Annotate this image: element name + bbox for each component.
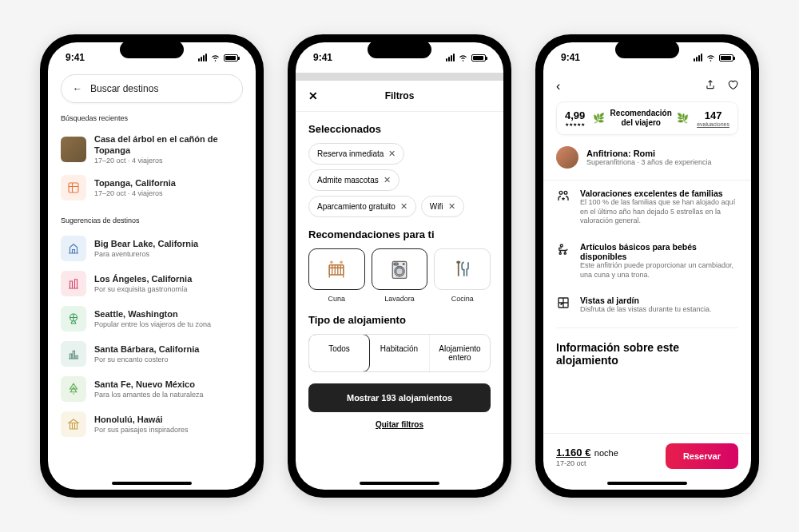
- notch: [615, 41, 679, 58]
- type-option[interactable]: Alojamiento entero: [430, 335, 490, 371]
- rec-card-kitchen[interactable]: [434, 248, 491, 290]
- svg-point-12: [564, 191, 567, 194]
- remove-chip-icon[interactable]: ✕: [388, 149, 396, 159]
- svg-rect-8: [394, 263, 398, 265]
- feature-row: Vistas al jardín Disfruta de las vistas …: [543, 288, 751, 323]
- svg-point-15: [564, 252, 566, 254]
- rec-label: Cuna: [308, 295, 365, 303]
- svg-rect-2: [330, 265, 344, 275]
- recent-title: Casa del árbol en el cañón de Topanga: [94, 133, 243, 157]
- signal-icon: [446, 54, 455, 62]
- suggestion-item[interactable]: Honolulú, HawáiPor sus paisajes inspirad…: [61, 407, 243, 442]
- svg-point-13: [560, 244, 562, 247]
- garden-view-icon: [556, 296, 572, 315]
- back-arrow-icon[interactable]: ←: [73, 83, 82, 94]
- suggestion-item[interactable]: Santa Bárbara, CaliforniaPor su encanto …: [61, 336, 243, 371]
- suggestion-item[interactable]: Santa Fe, Nuevo MéxicoPara los amantes d…: [61, 371, 243, 407]
- type-option[interactable]: Todos: [308, 334, 370, 372]
- selected-label: Seleccionados: [308, 123, 491, 135]
- suggestion-item[interactable]: Los Ángeles, CaliforniaPor su exquisita …: [61, 266, 243, 301]
- nature-icon: [61, 376, 86, 402]
- price-value: 1.160 €: [556, 447, 590, 459]
- home-indicator: [607, 482, 687, 485]
- cabin-icon: [61, 236, 86, 261]
- home-indicator: [360, 482, 439, 485]
- suggestion-item[interactable]: Big Bear Lake, CaliforniaPara aventurero…: [61, 231, 243, 266]
- modal-backdrop: [296, 73, 503, 81]
- host-name: Anfitriona: Romi: [586, 149, 712, 158]
- map-pin-icon: [61, 175, 86, 200]
- search-input[interactable]: ← Buscar destinos: [61, 74, 243, 103]
- filter-chip[interactable]: Admite mascotas✕: [308, 169, 400, 191]
- heart-icon[interactable]: [727, 79, 738, 93]
- filters-header: ✕ Filtros: [296, 81, 503, 112]
- divider: [556, 328, 738, 328]
- remove-chip-icon[interactable]: ✕: [400, 201, 407, 212]
- remove-chip-icon[interactable]: ✕: [448, 201, 455, 212]
- filter-chip[interactable]: Reserva inmediata✕: [308, 143, 404, 165]
- host-row[interactable]: Anfitriona: Romi Superanfitriona · 3 año…: [543, 135, 751, 181]
- show-results-button[interactable]: Mostrar 193 alojamientos: [308, 383, 491, 412]
- status-time: 9:41: [561, 52, 580, 63]
- ferris-wheel-icon: [61, 306, 86, 332]
- host-avatar: [556, 146, 578, 169]
- rec-card-washer[interactable]: [372, 248, 428, 290]
- svg-point-14: [559, 252, 561, 254]
- recent-sub: 17–20 oct · 4 viajeros: [94, 189, 243, 199]
- filter-chip[interactable]: Aparcamiento gratuito✕: [308, 196, 416, 217]
- suggestions-label: Sugerencias de destinos: [61, 216, 243, 224]
- close-icon[interactable]: ✕: [308, 89, 318, 102]
- svg-point-10: [456, 261, 460, 264]
- rec-label: Cocina: [434, 295, 491, 303]
- svg-point-3: [330, 261, 333, 264]
- svg-point-7: [396, 268, 403, 275]
- svg-point-11: [559, 191, 562, 194]
- recent-searches-label: Búsquedas recientes: [61, 114, 243, 122]
- reserve-button[interactable]: Reservar: [666, 443, 738, 469]
- back-icon[interactable]: ‹: [556, 79, 560, 93]
- family-star-icon: [556, 189, 572, 226]
- recs-label: Recomendaciones para ti: [308, 228, 491, 240]
- feature-row: Valoraciones excelentes de familias El 1…: [543, 181, 751, 234]
- filter-chip[interactable]: Wifi✕: [421, 196, 464, 217]
- phone-search: 9:41 ← Buscar destinos Búsquedas recient…: [40, 34, 264, 498]
- battery-icon: [719, 54, 733, 62]
- recent-item[interactable]: Topanga, California 17–20 oct · 4 viajer…: [61, 170, 243, 205]
- signal-icon: [198, 54, 207, 62]
- clear-filters-link[interactable]: Quitar filtros: [308, 420, 491, 429]
- share-icon[interactable]: [705, 79, 716, 93]
- svg-rect-0: [69, 183, 78, 193]
- rec-label: Lavadora: [372, 295, 428, 303]
- status-time: 9:41: [66, 52, 85, 63]
- rating-badge-bar: 4,99 ★★★★★ 🌿 Recomendación del viajero 🌿…: [556, 101, 738, 135]
- signal-icon: [694, 54, 702, 62]
- type-option[interactable]: Habitación: [369, 335, 430, 371]
- beach-icon: [61, 341, 86, 367]
- rec-card-crib[interactable]: [308, 248, 365, 290]
- notch: [368, 41, 431, 58]
- home-indicator: [112, 482, 192, 485]
- laurel-left-icon: 🌿: [593, 113, 605, 124]
- notch: [120, 41, 184, 58]
- reviews-link[interactable]: 147 evaluaciones: [697, 109, 729, 127]
- remove-chip-icon[interactable]: ✕: [384, 175, 391, 185]
- wifi-icon: [706, 54, 716, 62]
- phone-filters: 9:41 ✕ Filtros Seleccionados Reserva inm…: [288, 34, 511, 498]
- baby-items-icon: [556, 242, 572, 280]
- about-section-title: Información sobre este alojamiento: [543, 333, 751, 367]
- city-icon: [61, 271, 86, 296]
- booking-dates: 17-20 oct: [556, 459, 618, 467]
- recent-sub: 17–20 oct · 4 viajeros: [94, 157, 243, 166]
- booking-bar: 1.160 € noche 17-20 oct Reservar: [543, 433, 751, 478]
- recent-title: Topanga, California: [94, 177, 243, 189]
- svg-point-4: [340, 261, 344, 264]
- status-time: 9:41: [313, 52, 332, 63]
- wifi-icon: [458, 54, 468, 62]
- rating-stars-icon: ★★★★★: [565, 121, 585, 127]
- filters-title: Filtros: [385, 90, 415, 101]
- rating-value: 4,99: [565, 109, 585, 121]
- battery-icon: [471, 54, 486, 62]
- recent-item[interactable]: Casa del árbol en el cañón de Topanga 17…: [61, 129, 243, 170]
- suggestion-item[interactable]: Seattle, WashingtonPopular entre los via…: [61, 301, 243, 336]
- svg-point-9: [403, 264, 404, 265]
